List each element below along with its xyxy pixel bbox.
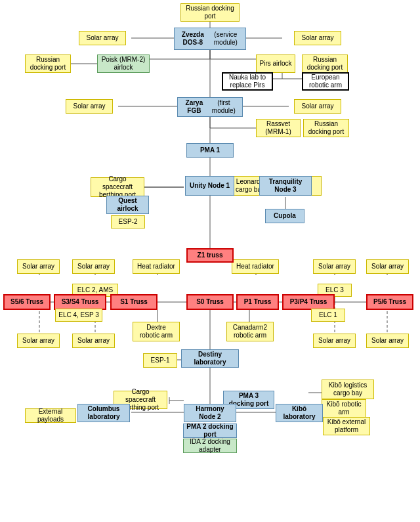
poisk-node: Poisk (MRM-2) airlock bbox=[97, 54, 150, 73]
unity-node: Unity Node 1 bbox=[185, 176, 234, 196]
s56-truss-node: S5/6 Truss bbox=[3, 294, 51, 310]
solar-arr-bot-l1: Solar array bbox=[17, 334, 60, 348]
elc1-node: ELC 1 bbox=[311, 309, 345, 322]
kibo-arm-node: Kibō robotic arm bbox=[322, 399, 366, 418]
s34-truss-node: S3/S4 Truss bbox=[54, 294, 106, 310]
pma1-node: PMA 1 bbox=[186, 143, 234, 158]
heat-rad-left: Heat radiator bbox=[133, 259, 180, 274]
heat-rad-right: Heat radiator bbox=[232, 259, 279, 274]
solar-arr-truss-l2: Solar array bbox=[72, 259, 115, 274]
p34-truss-node: P3/P4 Truss bbox=[282, 294, 335, 310]
solar-array-zarya-right: Solar array bbox=[294, 99, 341, 114]
solar-arr-bot-r1: Solar array bbox=[313, 334, 356, 348]
esp1-node: ESP-1 bbox=[143, 353, 177, 368]
solar-arr-truss-r1: Solar array bbox=[313, 259, 356, 274]
russian-docking-port-top: Russian docking port bbox=[180, 3, 240, 22]
elc4-esp3-node: ELC 4, ESP 3 bbox=[55, 309, 102, 322]
cargo-berthing-unity: Cargo spacecraft berthing port bbox=[91, 177, 144, 197]
european-arm-node: European robotic arm bbox=[302, 72, 349, 91]
harmony-node: Harmony Node 2 bbox=[184, 404, 236, 422]
solar-arr-bot-l2: Solar array bbox=[72, 334, 115, 348]
pirs-node: Pirs airlock bbox=[256, 54, 295, 73]
quest-node: Quest airlock bbox=[106, 196, 149, 214]
p56-truss-node: P5/6 Truss bbox=[366, 294, 413, 310]
solar-array-zarya-left: Solar array bbox=[66, 99, 113, 114]
external-payloads-node: External payloads bbox=[25, 408, 76, 423]
z1-truss-node: Z1 truss bbox=[186, 248, 234, 263]
solar-arr-truss-r2: Solar array bbox=[366, 259, 409, 274]
columbus-node: Columbus laboratory bbox=[77, 404, 130, 422]
nauka-node: Nauka lab to replace Pirs bbox=[222, 72, 273, 91]
solar-arr-truss-l1: Solar array bbox=[17, 259, 60, 274]
ida2-node: IDA 2 docking adapter bbox=[183, 439, 237, 453]
cupola-node: Cupola bbox=[265, 209, 304, 223]
destiny-node: Destiny laboratory bbox=[181, 349, 239, 368]
solar-arr-bot-r2: Solar array bbox=[366, 334, 409, 348]
kibo-ext-node: Kibō external platform bbox=[323, 417, 370, 435]
pma2-node: PMA 2 docking port bbox=[183, 424, 237, 438]
solar-array-zvezda-left: Solar array bbox=[79, 31, 126, 45]
kibo-node: Kibō laboratory bbox=[276, 404, 323, 422]
solar-array-zvezda-right: Solar array bbox=[294, 31, 341, 45]
p1-truss-node: P1 Truss bbox=[236, 294, 279, 310]
s0-truss-node: S0 Truss bbox=[186, 294, 234, 310]
russian-docking-port-rassvet: Russian docking port bbox=[303, 119, 349, 137]
tranquility-node: Tranquility Node 3 bbox=[259, 176, 312, 196]
dextre-node: Dextre robotic arm bbox=[133, 322, 180, 341]
russian-docking-port-pirs: Russian docking port bbox=[302, 54, 348, 73]
s1-truss-node: S1 Truss bbox=[110, 294, 158, 310]
canadarm2-node: Canadarm2 robotic arm bbox=[226, 322, 274, 341]
zvezda-node: Zvezda DOS-8(service module) bbox=[174, 28, 246, 50]
esp2-node: ESP-2 bbox=[111, 215, 145, 228]
kibo-logistics-node: Kibō logistics cargo bay bbox=[322, 380, 374, 399]
russian-docking-port-left: Russian docking port bbox=[25, 54, 71, 73]
zarya-node: Zarya FGB(first module) bbox=[177, 97, 243, 117]
rassvet-node: Rassvet (MRM-1) bbox=[256, 119, 301, 137]
